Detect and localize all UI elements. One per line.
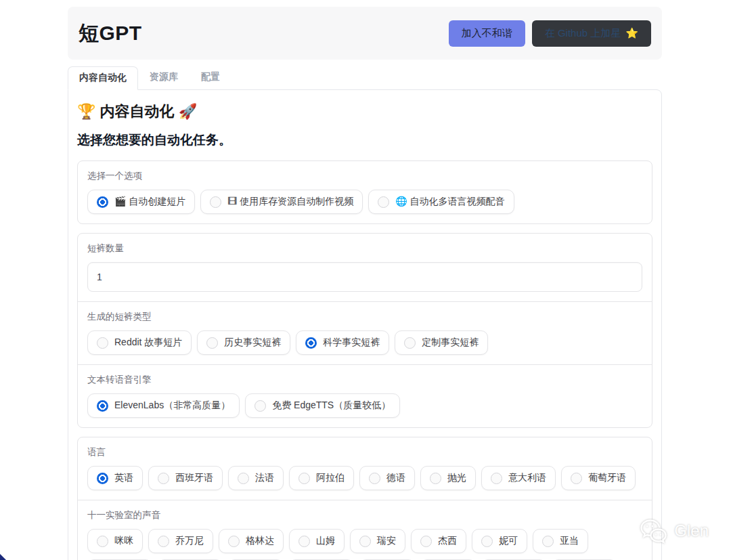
task-group-label: 选择一个选项 [87,170,642,182]
radio-option[interactable]: 定制事实短裤 [395,330,488,355]
tab-bar: 内容自动化 资源库 配置 [68,66,662,89]
radio-circle-icon [228,536,240,547]
radio-circle-icon [542,536,554,547]
radio-option[interactable]: 科学事实短裤 [296,330,389,355]
radio-option[interactable]: Reddit 故事短片 [87,330,192,355]
voice-label: 十一实验室的声音 [87,509,642,521]
radio-circle-icon [158,473,169,484]
page-subtitle: 选择您想要的自动化任务。 [77,131,652,149]
join-discord-button[interactable]: 加入不和谐 [449,20,525,47]
page: 短GPT 加入不和谐 在 Github 上加星 ⭐ 内容自动化 资源库 配置 🏆… [0,0,731,560]
radio-option[interactable]: 西班牙语 [148,466,223,490]
radio-option-label: Reddit 故事短片 [114,337,182,349]
radio-option-label: 阿拉伯 [316,472,345,484]
language-radio-group: 英语西班牙语法语阿拉伯德语抛光意大利语葡萄牙语 [87,466,642,490]
voice-section: 十一实验室的声音 咪咪乔万尼格林达山姆瑞安杰西妮可亚当瑟琳娜丹尼尔优雅芙蕾雅吉吉… [78,500,652,560]
radio-option[interactable]: 瑞安 [350,529,405,553]
shorts-count-label: 短裤数量 [87,242,642,255]
radio-circle-icon [369,473,380,484]
radio-option[interactable]: 法语 [228,466,284,490]
tts-engine-radio-group: ElevenLabs（非常高质量）免费 EdgeTTS（质量较低） [87,393,642,418]
radio-option-label: 格林达 [246,535,274,547]
radio-option[interactable]: 妮可 [472,529,527,553]
language-section: 语言 英语西班牙语法语阿拉伯德语抛光意大利语葡萄牙语 [78,437,652,500]
page-title: 🏆 内容自动化 🚀 [77,102,652,122]
radio-circle-icon [359,536,371,547]
radio-option-label: ElevenLabs（非常高质量） [114,400,230,412]
radio-option[interactable]: 杰西 [411,529,466,553]
radio-option-label: 德语 [386,472,405,484]
radio-option[interactable]: 🎞 使用库存资源自动制作视频 [200,190,363,214]
radio-circle-icon [298,536,310,547]
shorts-count-input[interactable] [87,262,642,292]
radio-circle-icon [404,337,416,349]
radio-option[interactable]: ElevenLabs（非常高质量） [87,393,240,418]
tab-config[interactable]: 配置 [190,66,231,89]
tts-engine-section: 文本转语音引擎 ElevenLabs（非常高质量）免费 EdgeTTS（质量较低… [78,364,652,427]
radio-circle-icon [97,400,108,412]
radio-option-label: 葡萄牙语 [588,472,626,484]
language-label: 语言 [87,446,642,458]
radio-option[interactable]: 免费 EdgeTTS（质量较低） [245,393,400,418]
radio-option-label: 🎬 自动创建短片 [114,196,185,208]
radio-option-label: 英语 [114,472,133,484]
radio-option[interactable]: 咪咪 [87,529,143,553]
radio-option[interactable]: 🌐 自动化多语言视频配音 [368,190,514,214]
radio-circle-icon [158,536,169,547]
voice-settings-box: 语言 英语西班牙语法语阿拉伯德语抛光意大利语葡萄牙语 十一实验室的声音 咪咪乔万… [77,437,652,560]
shorts-type-label: 生成的短裤类型 [87,311,642,323]
radio-option[interactable]: 乔万尼 [148,529,213,553]
github-star-button[interactable]: 在 Github 上加星 ⭐ [532,20,651,47]
task-radio-group: 🎬 自动创建短片🎞 使用库存资源自动制作视频🌐 自动化多语言视频配音 [87,190,642,214]
app-header: 短GPT 加入不和谐 在 Github 上加星 ⭐ [68,7,662,60]
radio-option[interactable]: 意大利语 [481,466,556,490]
join-discord-label: 加入不和谐 [462,27,512,40]
radio-option-label: 定制事实短裤 [422,337,479,349]
radio-option-label: 科学事实短裤 [323,337,380,349]
radio-option[interactable]: 英语 [87,466,143,490]
radio-circle-icon [571,473,582,484]
tab-resource-library[interactable]: 资源库 [138,66,190,89]
radio-option[interactable]: 历史事实短裤 [197,330,290,355]
radio-option-label: 免费 EdgeTTS（质量较低） [272,400,391,412]
radio-circle-icon [378,196,389,208]
radio-circle-icon [97,196,108,208]
radio-option[interactable]: 🎬 自动创建短片 [87,190,195,214]
voice-radio-group: 咪咪乔万尼格林达山姆瑞安杰西妮可亚当瑟琳娜丹尼尔优雅芙蕾雅吉吉伊森迈克尔杰里米约… [87,529,642,560]
task-select-section: 选择一个选项 🎬 自动创建短片🎞 使用库存资源自动制作视频🌐 自动化多语言视频配… [78,161,652,223]
radio-circle-icon [97,536,108,547]
radio-option[interactable]: 葡萄牙语 [561,466,636,490]
shorts-settings-box: 短裤数量 生成的短裤类型 Reddit 故事短片历史事实短裤科学事实短裤定制事实… [77,233,652,428]
radio-option[interactable]: 德语 [359,466,415,490]
radio-circle-icon [97,337,108,349]
radio-option-label: 咪咪 [114,535,133,547]
radio-circle-icon [420,536,432,547]
radio-option[interactable]: 格林达 [219,529,284,553]
radio-option-label: 🌐 自动化多语言视频配音 [395,196,504,208]
tab-content-automation[interactable]: 内容自动化 [68,66,138,90]
corner-triangle [0,554,6,560]
radio-circle-icon [481,536,493,547]
radio-option[interactable]: 抛光 [420,466,476,490]
radio-option-label: 抛光 [447,472,466,484]
radio-option[interactable]: 山姆 [289,529,345,553]
radio-option-label: 西班牙语 [175,472,213,484]
radio-circle-icon [491,473,502,484]
radio-option-label: 🎞 使用库存资源自动制作视频 [227,196,353,208]
radio-option-label: 瑞安 [377,535,396,547]
tts-engine-label: 文本转语音引擎 [87,374,642,386]
radio-circle-icon [206,337,218,349]
radio-option[interactable]: 阿拉伯 [289,466,354,490]
radio-option-label: 杰西 [438,535,457,547]
radio-option-label: 乔万尼 [175,535,204,547]
shorts-type-section: 生成的短裤类型 Reddit 故事短片历史事实短裤科学事实短裤定制事实短裤 [78,301,652,364]
content-panel: 🏆 内容自动化 🚀 选择您想要的自动化任务。 选择一个选项 🎬 自动创建短片🎞 … [68,89,662,560]
header-buttons: 加入不和谐 在 Github 上加星 ⭐ [449,20,651,47]
radio-option-label: 法语 [255,472,274,484]
radio-circle-icon [430,473,441,484]
shorts-count-section: 短裤数量 [78,234,652,301]
radio-option-label: 亚当 [560,535,579,547]
radio-circle-icon [305,337,317,349]
radio-circle-icon [238,473,249,484]
radio-option[interactable]: 亚当 [533,529,588,553]
